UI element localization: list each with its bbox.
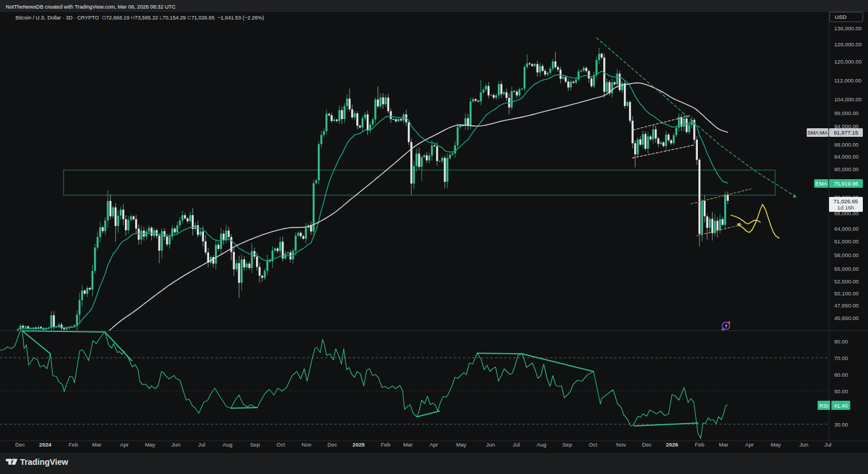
- svg-text:May: May: [145, 441, 155, 448]
- svg-text:2024: 2024: [39, 441, 52, 448]
- svg-text:94,000.00: 94,000.00: [834, 123, 859, 129]
- svg-text:80,000.00: 80,000.00: [834, 166, 859, 172]
- svg-text:Jul: Jul: [513, 441, 520, 448]
- svg-text:41.40: 41.40: [834, 402, 847, 409]
- svg-text:58,000.00: 58,000.00: [834, 252, 859, 258]
- svg-text:Feb: Feb: [695, 441, 705, 448]
- svg-text:Mar: Mar: [403, 441, 413, 448]
- svg-text:Aug: Aug: [222, 441, 232, 448]
- svg-text:47,850.00: 47,850.00: [834, 302, 859, 309]
- svg-text:45,650.00: 45,650.00: [834, 315, 859, 321]
- svg-text:Sep: Sep: [250, 441, 260, 448]
- svg-text:Mar: Mar: [719, 441, 729, 448]
- svg-text:1d 16h: 1d 16h: [837, 204, 854, 211]
- svg-text:80.00: 80.00: [834, 338, 848, 345]
- svg-text:70.00: 70.00: [834, 355, 848, 361]
- svg-text:Jun: Jun: [486, 441, 494, 448]
- svg-text:Jun: Jun: [799, 441, 808, 448]
- svg-text:Jul: Jul: [198, 441, 205, 448]
- svg-text:Mar: Mar: [92, 441, 102, 448]
- svg-text:USD: USD: [835, 14, 847, 20]
- svg-text:Jul: Jul: [824, 441, 831, 448]
- svg-text:71,026.65: 71,026.65: [834, 198, 858, 204]
- svg-text:Dec: Dec: [327, 441, 337, 448]
- svg-text:112,000.00: 112,000.00: [834, 77, 861, 84]
- svg-text:May: May: [771, 441, 781, 448]
- svg-text:2025: 2025: [352, 441, 365, 448]
- svg-text:52,500.00: 52,500.00: [834, 278, 859, 285]
- svg-text:RSI: RSI: [819, 402, 828, 409]
- svg-text:Dec: Dec: [642, 441, 651, 448]
- svg-text:NotTheNewsDB created with Trad: NotTheNewsDB created with TradingView.co…: [6, 4, 176, 10]
- svg-text:50.00: 50.00: [834, 388, 848, 394]
- svg-text:Oct: Oct: [589, 441, 598, 448]
- svg-text:Bitcoin / U.S. Dollar · 3D · C: Bitcoin / U.S. Dollar · 3D · CRYPTO O72,…: [15, 15, 264, 21]
- svg-text:128,000.00: 128,000.00: [834, 41, 862, 48]
- svg-text:May: May: [456, 441, 466, 448]
- svg-text:104,000.00: 104,000.00: [834, 96, 862, 102]
- svg-text:Jun: Jun: [171, 441, 180, 448]
- svg-text:Aug: Aug: [536, 441, 546, 448]
- svg-text:84,000.00: 84,000.00: [834, 153, 859, 160]
- svg-text:Apr: Apr: [120, 441, 129, 448]
- svg-text:Dec: Dec: [15, 441, 25, 448]
- svg-text:55,000.00: 55,000.00: [834, 266, 859, 272]
- svg-text:2026: 2026: [666, 441, 678, 448]
- svg-text:Apr: Apr: [430, 441, 439, 448]
- svg-text:91,977.15: 91,977.15: [834, 129, 858, 136]
- svg-text:120,000.00: 120,000.00: [834, 58, 862, 65]
- svg-text:Feb: Feb: [69, 441, 78, 448]
- svg-text:30.00: 30.00: [834, 421, 848, 428]
- svg-text:SMA:MA: SMA:MA: [807, 130, 828, 136]
- svg-text:Feb: Feb: [381, 441, 391, 448]
- svg-text:136,000.00: 136,000.00: [834, 25, 862, 31]
- svg-text:Nov: Nov: [301, 441, 311, 448]
- svg-text:75,919.96: 75,919.96: [834, 180, 858, 187]
- svg-text:61,000.00: 61,000.00: [834, 238, 859, 244]
- svg-text:64,000.00: 64,000.00: [834, 226, 859, 232]
- svg-text:Oct: Oct: [277, 441, 285, 448]
- svg-text:88,000.00: 88,000.00: [834, 141, 859, 148]
- svg-text:60.00: 60.00: [834, 372, 848, 378]
- svg-text:Apr: Apr: [745, 441, 755, 448]
- svg-text:EMA: EMA: [815, 180, 827, 187]
- svg-text:99,000.00: 99,000.00: [834, 110, 859, 116]
- svg-text:Sep: Sep: [562, 441, 572, 448]
- svg-text:50,100.00: 50,100.00: [834, 290, 859, 297]
- svg-text:Nov: Nov: [616, 441, 626, 448]
- svg-text:TradingView: TradingView: [20, 457, 69, 467]
